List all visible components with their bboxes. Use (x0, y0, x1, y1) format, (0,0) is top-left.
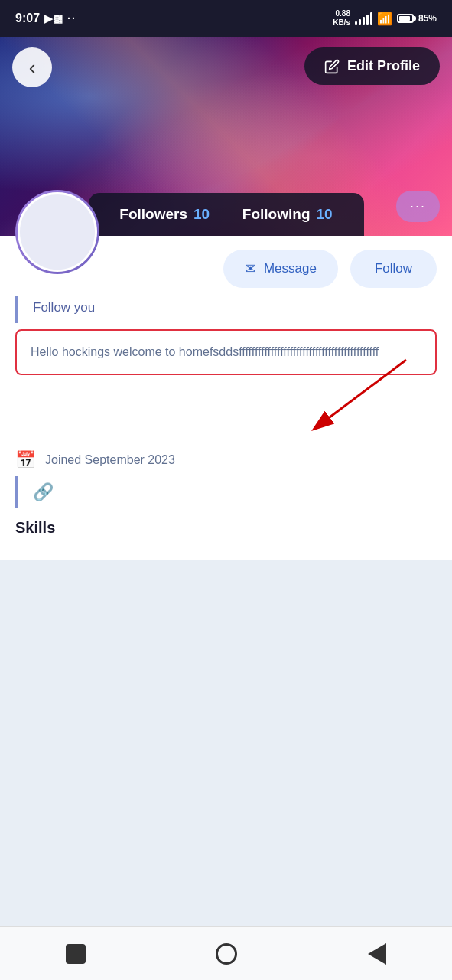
camera-icon: ▶▩ (44, 12, 63, 24)
bio-container: Hello hockings welcome to homefsddsfffff… (0, 329, 452, 375)
follow-button[interactable]: Follow (350, 250, 437, 288)
signal-icon (355, 12, 372, 25)
following-stat[interactable]: Following 10 (229, 206, 346, 223)
battery-percent: 85% (418, 13, 437, 24)
skills-title: Skills (15, 519, 55, 536)
content-area (0, 560, 452, 942)
bio-box: Hello hockings welcome to homefsddsfffff… (15, 329, 437, 375)
status-time: 9:07 (15, 11, 40, 25)
circle-icon (216, 943, 237, 965)
bio-text: Hello hockings welcome to homefsddsfffff… (31, 343, 421, 361)
profile-section: ✉ Message Follow Follow you Hello hockin… (0, 236, 452, 560)
triangle-icon (368, 943, 386, 965)
back-button[interactable]: ‹ (12, 47, 52, 87)
followers-count: 10 (193, 206, 210, 223)
link-icon: 🔗 (33, 482, 54, 502)
status-left: 9:07 ▶▩ ·· (15, 11, 76, 25)
followers-label: Followers (119, 206, 187, 223)
following-label: Following (242, 206, 311, 223)
more-button[interactable]: ··· (396, 191, 440, 222)
stats-bar: Followers 10 Following 10 (89, 193, 364, 236)
avatar-image (18, 192, 97, 272)
joined-label: Joined September 2023 (45, 453, 175, 467)
message-label: Message (264, 261, 317, 276)
battery-icon (397, 14, 414, 23)
more-icon: ··· (410, 198, 426, 214)
edit-profile-button[interactable]: Edit Profile (304, 47, 440, 85)
status-right: 0.88KB/s 📶 85% (333, 9, 437, 28)
network-speed: 0.88KB/s (333, 9, 350, 28)
calendar-icon: 📅 (15, 450, 36, 470)
bottom-nav (0, 926, 452, 980)
square-icon (66, 944, 86, 964)
nav-back-button[interactable] (358, 935, 396, 973)
avatar (15, 190, 99, 274)
link-row[interactable]: 🔗 (15, 476, 437, 508)
stats-divider (226, 204, 226, 225)
followers-stat[interactable]: Followers 10 (107, 206, 223, 223)
follow-label: Follow (375, 261, 412, 276)
edit-icon (324, 59, 340, 74)
follow-you-label: Follow you (15, 296, 437, 323)
nav-home-button[interactable] (207, 935, 246, 973)
message-button[interactable]: ✉ Message (223, 250, 338, 288)
message-icon: ✉ (245, 260, 256, 277)
skills-section: Skills (0, 508, 452, 544)
joined-row: 📅 Joined September 2023 (0, 444, 452, 476)
back-icon: ‹ (29, 57, 36, 77)
status-bar: 9:07 ▶▩ ·· 0.88KB/s 📶 85% (0, 0, 452, 37)
nav-square-button[interactable] (57, 935, 95, 973)
wifi-icon: 📶 (377, 11, 392, 26)
dots-label: ·· (67, 12, 76, 24)
edit-profile-label: Edit Profile (347, 58, 420, 74)
following-count: 10 (317, 206, 333, 223)
